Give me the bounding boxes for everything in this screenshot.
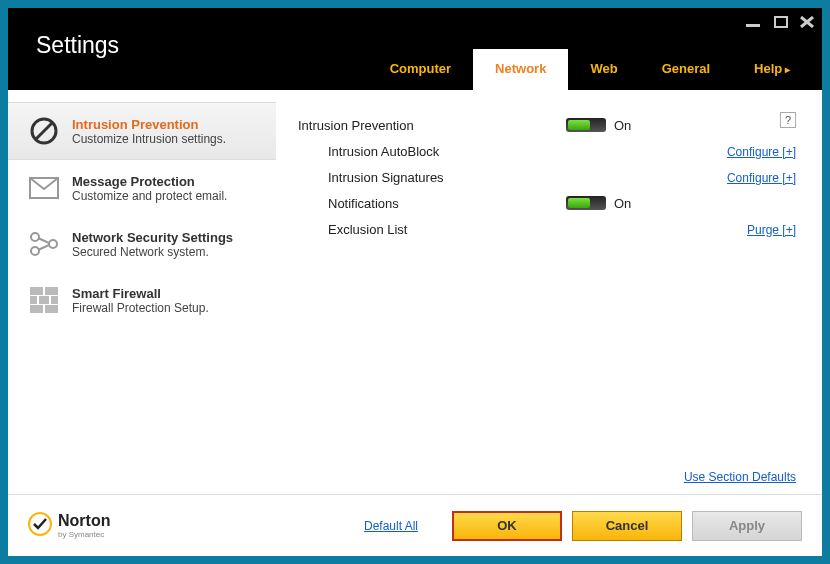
window-controls [746,14,814,32]
setting-label: Intrusion Prevention [298,118,566,133]
logo: Norton by Symantec [28,512,110,540]
settings-window: Settings ComputerNetworkWebGeneralHelp I… [8,8,822,556]
tab-general[interactable]: General [640,49,732,90]
maximize-icon[interactable] [774,14,788,32]
setting-row: NotificationsOn [298,190,796,216]
action-link[interactable]: Configure [+] [727,171,796,185]
minimize-icon[interactable] [746,14,762,32]
tab-help[interactable]: Help [732,49,812,90]
page-title: Settings [8,8,119,90]
logo-subtext: by Symantec [58,530,110,539]
setting-label: Intrusion AutoBlock [298,144,566,159]
setting-row: Exclusion ListPurge [+] [298,216,796,242]
sidebar-item-intrusion-prevention[interactable]: Intrusion PreventionCustomize Intrusion … [8,102,276,160]
toggle-state: On [614,196,631,211]
tab-computer[interactable]: Computer [368,49,473,90]
logo-text: Norton [58,512,110,529]
norton-check-icon [28,512,52,540]
action-link[interactable]: Configure [+] [727,145,796,159]
svg-point-5 [31,233,39,241]
setting-label: Exclusion List [298,222,566,237]
sidebar-item-desc: Secured Network system. [72,245,233,259]
envelope-icon [28,172,60,204]
body: Intrusion PreventionCustomize Intrusion … [8,90,822,494]
svg-point-6 [31,247,39,255]
settings-list: Intrusion PreventionOnIntrusion AutoBloc… [298,112,796,242]
toggle-state: On [614,118,631,133]
sidebar-item-smart-firewall[interactable]: Smart FirewallFirewall Protection Setup. [8,272,276,328]
sidebar-item-title: Network Security Settings [72,230,233,245]
sidebar-item-title: Message Protection [72,174,227,189]
sidebar-item-desc: Customize and protect email. [72,189,227,203]
svg-rect-1 [775,17,787,27]
setting-row: Intrusion AutoBlockConfigure [+] [298,138,796,164]
svg-point-7 [49,240,57,248]
sidebar-item-title: Smart Firewall [72,286,209,301]
action-link[interactable]: Purge [+] [747,223,796,237]
apply-button: Apply [692,511,802,541]
default-all-link[interactable]: Default All [364,519,418,533]
setting-row: Intrusion SignaturesConfigure [+] [298,164,796,190]
main-panel: ? Intrusion PreventionOnIntrusion AutoBl… [276,90,822,494]
toggle-switch[interactable] [566,118,606,132]
help-icon[interactable]: ? [780,112,796,128]
sidebar-item-network-security-settings[interactable]: Network Security SettingsSecured Network… [8,216,276,272]
tab-web[interactable]: Web [568,49,639,90]
toggle-switch[interactable] [566,196,606,210]
tabs: ComputerNetworkWebGeneralHelp [368,49,812,90]
setting-label: Notifications [298,196,566,211]
network-icon [28,228,60,260]
sidebar: Intrusion PreventionCustomize Intrusion … [8,90,276,494]
svg-line-3 [36,123,52,139]
svg-rect-0 [746,24,760,27]
ok-button[interactable]: OK [452,511,562,541]
svg-rect-9 [30,296,58,304]
use-section-defaults-link[interactable]: Use Section Defaults [684,470,796,484]
setting-label: Intrusion Signatures [298,170,566,185]
header: Settings ComputerNetworkWebGeneralHelp [8,8,822,90]
sidebar-item-desc: Customize Intrusion settings. [72,132,226,146]
footer: Norton by Symantec Default All OK Cancel… [8,494,822,556]
close-icon[interactable] [800,14,814,32]
setting-row: Intrusion PreventionOn [298,112,796,138]
cancel-button[interactable]: Cancel [572,511,682,541]
block-icon [28,115,60,147]
sidebar-item-title: Intrusion Prevention [72,117,226,132]
firewall-icon [28,284,60,316]
sidebar-item-message-protection[interactable]: Message ProtectionCustomize and protect … [8,160,276,216]
tab-network[interactable]: Network [473,49,568,90]
sidebar-item-desc: Firewall Protection Setup. [72,301,209,315]
